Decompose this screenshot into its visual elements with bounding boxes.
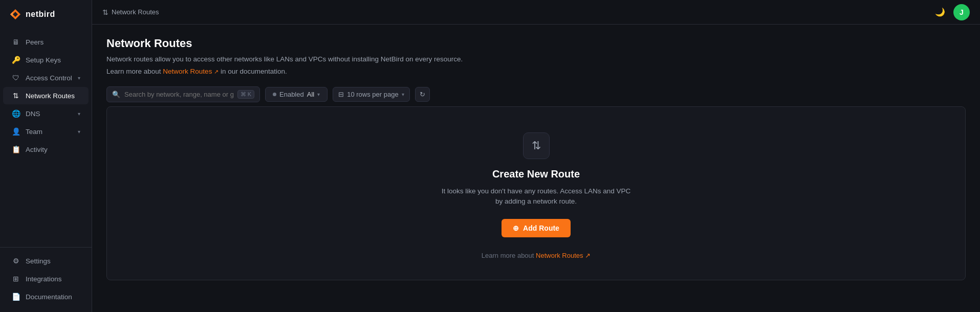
avatar[interactable]: J (953, 4, 970, 20)
add-route-button[interactable]: ⊕ Add Route (502, 219, 571, 237)
sidebar-item-setup-keys[interactable]: 🔑 Setup Keys (3, 51, 89, 69)
team-icon: 👤 (11, 127, 20, 136)
breadcrumb-icon: ⇅ (102, 8, 108, 16)
dns-icon: 🌐 (11, 109, 20, 118)
theme-toggle-button[interactable]: 🌙 (933, 5, 947, 19)
toolbar: 🔍 ⌘ K Enabled All ▾ ⊟ 10 rows per page ▾… (106, 86, 966, 102)
breadcrumb: ⇅ Network Routes (102, 8, 159, 16)
empty-state-description: It looks like you don't have any routes.… (439, 186, 634, 207)
logo-text: netbird (26, 10, 55, 19)
sidebar-item-network-routes[interactable]: ⇅ Network Routes (3, 87, 89, 104)
access-control-icon: 🛡 (11, 74, 20, 82)
sidebar-label-integrations: Integrations (26, 275, 80, 283)
filter-chevron-icon: ▾ (317, 92, 320, 97)
sidebar-item-access-control[interactable]: 🛡 Access Control ▾ (3, 69, 89, 86)
breadcrumb-label: Network Routes (112, 8, 159, 16)
page-title: Network Routes (106, 37, 966, 50)
sidebar-label-access-control: Access Control (26, 74, 73, 82)
sidebar-item-settings[interactable]: ⚙ Settings (3, 252, 89, 270)
sidebar-label-setup-keys: Setup Keys (26, 56, 80, 64)
keyboard-shortcut: ⌘ K (237, 90, 254, 99)
refresh-button[interactable]: ↻ (415, 87, 430, 102)
sidebar-label-settings: Settings (26, 257, 80, 265)
topbar-right: 🌙 J (933, 4, 970, 20)
sidebar-label-network-routes: Network Routes (26, 92, 80, 100)
page-desc-text1: Network routes allow you to access other… (106, 55, 463, 63)
topbar: ⇅ Network Routes 🌙 J (92, 0, 980, 25)
sidebar-item-activity[interactable]: 📋 Activity (3, 141, 89, 158)
empty-state-footer: Learn more about Network Routes ↗ (482, 252, 591, 259)
page-desc-text2: Learn more about (106, 68, 161, 75)
logo[interactable]: netbird (0, 0, 92, 29)
sidebar-label-documentation: Documentation (26, 293, 80, 301)
table-icon: ⊟ (338, 91, 344, 98)
main-content: ⇅ Network Routes 🌙 J Network Routes Netw… (92, 0, 980, 312)
rows-per-page-select[interactable]: ⊟ 10 rows per page ▾ (333, 87, 409, 102)
network-routes-icon: ⇅ (11, 92, 20, 100)
sidebar-bottom: ⚙ Settings ⊞ Integrations 📄 Documentatio… (0, 247, 92, 312)
setup-keys-icon: 🔑 (11, 56, 20, 64)
access-control-chevron-icon: ▾ (78, 75, 80, 81)
sidebar: netbird 🖥 Peers 🔑 Setup Keys 🛡 Access Co… (0, 0, 92, 312)
rows-chevron-icon: ▾ (402, 92, 404, 97)
sidebar-item-team[interactable]: 👤 Team ▾ (3, 123, 89, 140)
page-desc-text3: in our documentation. (221, 68, 287, 75)
page-description-2: Learn more about Network Routes ↗ in our… (106, 66, 966, 77)
filter-value: All (307, 91, 314, 98)
sidebar-item-integrations[interactable]: ⊞ Integrations (3, 270, 89, 287)
page-content: Network Routes Network routes allow you … (92, 25, 980, 312)
sidebar-item-dns[interactable]: 🌐 DNS ▾ (3, 105, 89, 122)
empty-state-title: Create New Route (492, 168, 580, 180)
routes-table: ⇅ Create New Route It looks like you don… (106, 106, 966, 281)
activity-icon: 📋 (11, 145, 20, 153)
page-desc-link[interactable]: Network Routes ↗ (163, 68, 221, 75)
empty-state-icon-wrap: ⇅ (523, 132, 550, 159)
netbird-logo-icon (8, 7, 23, 21)
empty-footer-link[interactable]: Network Routes ↗ (536, 252, 591, 259)
sidebar-item-documentation[interactable]: 📄 Documentation (3, 288, 89, 305)
sidebar-label-dns: DNS (26, 110, 73, 118)
enabled-filter-label: Enabled (279, 91, 304, 98)
dns-chevron-icon: ▾ (78, 111, 80, 117)
sidebar-label-peers: Peers (26, 38, 80, 46)
enabled-filter-button[interactable]: Enabled All ▾ (265, 87, 328, 102)
footer-external-icon: ↗ (585, 252, 591, 259)
documentation-icon: 📄 (11, 293, 20, 301)
rows-per-page-label: 10 rows per page (347, 91, 398, 98)
integrations-icon: ⊞ (11, 275, 20, 283)
refresh-icon: ↻ (420, 91, 425, 98)
empty-state: ⇅ Create New Route It looks like you don… (107, 107, 965, 280)
external-link-icon: ↗ (214, 69, 219, 75)
search-input[interactable] (124, 91, 233, 98)
team-chevron-icon: ▾ (78, 129, 80, 135)
sidebar-item-peers[interactable]: 🖥 Peers (3, 33, 89, 51)
peers-icon: 🖥 (11, 38, 20, 46)
page-description: Network routes allow you to access other… (106, 54, 966, 64)
sidebar-label-team: Team (26, 128, 73, 136)
search-wrap: 🔍 ⌘ K (106, 86, 260, 102)
route-icon: ⇅ (532, 139, 541, 152)
add-route-icon: ⊕ (513, 224, 519, 232)
empty-footer-text: Learn more about (482, 252, 534, 259)
add-route-label: Add Route (523, 224, 559, 232)
search-icon: 🔍 (112, 91, 120, 98)
sidebar-nav: 🖥 Peers 🔑 Setup Keys 🛡 Access Control ▾ … (0, 29, 92, 247)
settings-icon: ⚙ (11, 257, 20, 265)
filter-dot-icon (273, 93, 276, 96)
sidebar-label-activity: Activity (26, 146, 80, 153)
svg-marker-2 (10, 12, 13, 17)
